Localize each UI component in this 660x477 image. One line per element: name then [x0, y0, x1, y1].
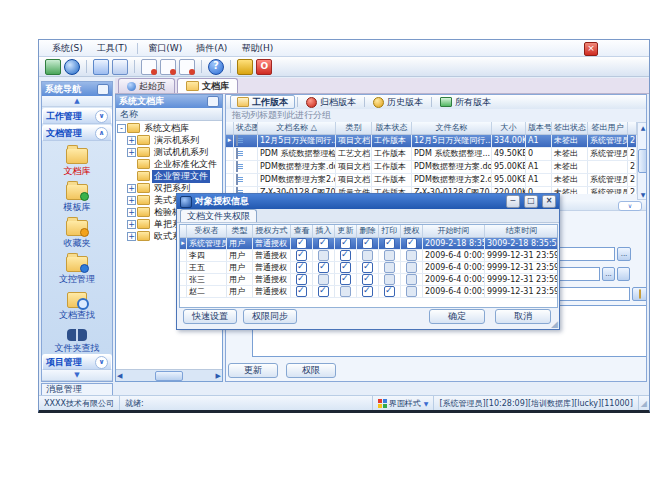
- close-icon[interactable]: ×: [584, 42, 598, 56]
- resize-grip[interactable]: ◢: [639, 399, 649, 408]
- column-header-文档名称[interactable]: 文档名称 △: [258, 122, 336, 134]
- expand-icon[interactable]: +: [127, 184, 136, 193]
- expand-icon[interactable]: +: [127, 196, 136, 205]
- table-row[interactable]: ▸12月5日万兴隆同行...项目文档工作版本12月5日万兴隆同行...334.0…: [226, 135, 637, 148]
- column-header-授权[interactable]: 授权: [401, 225, 423, 237]
- checkbox-checked[interactable]: [296, 274, 307, 285]
- close-icon[interactable]: ×: [542, 195, 556, 208]
- quick-setup-button[interactable]: 快速设置: [183, 309, 237, 324]
- column-header-签出用户[interactable]: 签出用户: [588, 122, 628, 134]
- tab-文档库[interactable]: 文档库: [177, 78, 238, 93]
- globe-icon[interactable]: [64, 59, 80, 75]
- checkbox-checked[interactable]: [340, 262, 351, 273]
- permission-cell[interactable]: [313, 262, 335, 273]
- column-header-类别[interactable]: 类别: [336, 122, 372, 134]
- permission-cell[interactable]: [357, 262, 379, 273]
- cancel-button[interactable]: 取消: [495, 309, 551, 324]
- scrollbar-thumb[interactable]: [155, 371, 183, 381]
- checkbox-checked[interactable]: [362, 274, 373, 285]
- checkbox-checked[interactable]: [318, 238, 329, 249]
- permission-cell[interactable]: [335, 286, 357, 297]
- column-header-受权者[interactable]: 受权者: [187, 225, 227, 237]
- permission-cell[interactable]: [313, 286, 335, 297]
- column-header-开始时间[interactable]: 开始时间: [423, 225, 485, 237]
- resize-grip[interactable]: ◢: [551, 319, 558, 329]
- power-icon[interactable]: [256, 59, 272, 75]
- minimize-icon[interactable]: ─: [506, 195, 520, 208]
- permission-cell[interactable]: [357, 238, 379, 249]
- expand-icon[interactable]: +: [127, 136, 136, 145]
- permission-cell[interactable]: [335, 274, 357, 285]
- menu-item[interactable]: 帮助(H): [234, 41, 280, 56]
- column-header-删除[interactable]: 删除: [357, 225, 379, 237]
- checkbox-unchecked[interactable]: [384, 274, 395, 285]
- checkbox-checked[interactable]: [318, 262, 329, 273]
- checkbox-checked[interactable]: [296, 250, 307, 261]
- sidebar-group-work[interactable]: 工作管理 ∨: [42, 108, 112, 124]
- tab-起始页[interactable]: 起始页: [118, 78, 175, 93]
- checkbox-checked[interactable]: [340, 238, 351, 249]
- checkbox-unchecked[interactable]: [406, 262, 417, 273]
- maximize-icon[interactable]: □: [524, 195, 538, 208]
- checkbox-unchecked[interactable]: [340, 286, 351, 297]
- permission-row[interactable]: ▸系统管理员用户普通授权2009-2-18 8:35:573009-2-18 8…: [180, 238, 557, 250]
- permission-cell[interactable]: [379, 286, 401, 297]
- tree-column-header[interactable]: 名称: [116, 108, 222, 121]
- ok-button[interactable]: 确定: [429, 309, 485, 324]
- group-by-bar[interactable]: 拖动列标题到此进行分组: [226, 109, 646, 123]
- table-row[interactable]: PDM 系统数据整理检...工艺文档工作版本PDM 系统数据整理...49.50…: [226, 148, 637, 161]
- scroll-down-icon[interactable]: ▼: [641, 191, 646, 198]
- checkbox-checked[interactable]: [362, 238, 373, 249]
- lock-icon[interactable]: [237, 59, 253, 75]
- version-tab-历史版本[interactable]: 历史版本: [367, 96, 429, 108]
- column-header-类型[interactable]: 类型: [227, 225, 253, 237]
- checkbox-checked[interactable]: [362, 262, 373, 273]
- tree-panel-menu-button[interactable]: [207, 96, 219, 107]
- sidebar-scroll-down[interactable]: ▼: [42, 370, 112, 381]
- sidebar-item-文档库[interactable]: 文档库: [42, 144, 112, 179]
- version-tab-工作版本[interactable]: 工作版本: [230, 95, 295, 109]
- sidebar-scroll-up[interactable]: ▲: [42, 96, 112, 107]
- checkbox-unchecked[interactable]: [318, 274, 329, 285]
- column-header-结束时间[interactable]: 结束时间: [485, 225, 558, 237]
- help-icon[interactable]: [208, 59, 224, 75]
- checkbox-unchecked[interactable]: [384, 262, 395, 273]
- scroll-left-icon[interactable]: ◀: [117, 372, 122, 380]
- permission-cell[interactable]: [401, 238, 423, 249]
- table-vertical-scrollbar[interactable]: ▲ ▼: [637, 122, 647, 200]
- checkbox-checked[interactable]: [362, 286, 373, 297]
- table-row[interactable]: PDM数据整理方案.doc项目文档工作版本PDM数据整理方案.doc95.00K…: [226, 161, 637, 174]
- sidebar-pin-button[interactable]: [97, 84, 109, 95]
- checkbox-checked[interactable]: [340, 250, 351, 261]
- scroll-right-icon[interactable]: ▶: [216, 372, 221, 380]
- sidebar-item-收藏夹[interactable]: 收藏夹: [42, 216, 112, 251]
- field-browse-button[interactable]: ...: [602, 267, 615, 281]
- column-header-打印[interactable]: 打印: [379, 225, 401, 237]
- menu-item[interactable]: 工具(T): [90, 41, 135, 56]
- tree-node-测试机机系列[interactable]: +测试机机系列: [116, 146, 222, 158]
- sidebar-group-doc[interactable]: 文档管理 ∧: [42, 125, 112, 141]
- checkbox-checked[interactable]: [296, 238, 307, 249]
- collapse-icon[interactable]: -: [117, 124, 126, 133]
- permission-cell[interactable]: [357, 274, 379, 285]
- field-dropdown-button[interactable]: ...: [617, 247, 631, 261]
- dialog-title-bar[interactable]: 对象授权信息 ─ □ ×: [177, 194, 559, 209]
- expand-icon[interactable]: +: [127, 220, 136, 229]
- scroll-up-icon[interactable]: ▲: [641, 124, 646, 131]
- expand-icon[interactable]: +: [127, 148, 136, 157]
- checkbox-checked[interactable]: [318, 286, 329, 297]
- menu-item[interactable]: 系统(S): [45, 41, 90, 56]
- permission-row[interactable]: 李四用户普通授权2009-6-4 0:00:009999-12-31 23:59…: [180, 250, 557, 262]
- permission-cell[interactable]: [335, 250, 357, 261]
- open-folder-button[interactable]: [632, 287, 647, 301]
- permission-cell[interactable]: [335, 238, 357, 249]
- menu-item[interactable]: 窗口(W): [141, 41, 189, 56]
- checkbox-unchecked[interactable]: [406, 286, 417, 297]
- version-tab-所有版本[interactable]: 所有版本: [434, 96, 497, 108]
- permission-cell[interactable]: [313, 274, 335, 285]
- window-icon[interactable]: [112, 59, 128, 75]
- scrollbar-thumb[interactable]: [638, 149, 647, 173]
- checkbox-unchecked[interactable]: [318, 250, 329, 261]
- tree-node-企业标准化文件[interactable]: 企业标准化文件: [116, 158, 222, 170]
- permission-cell[interactable]: [401, 286, 423, 297]
